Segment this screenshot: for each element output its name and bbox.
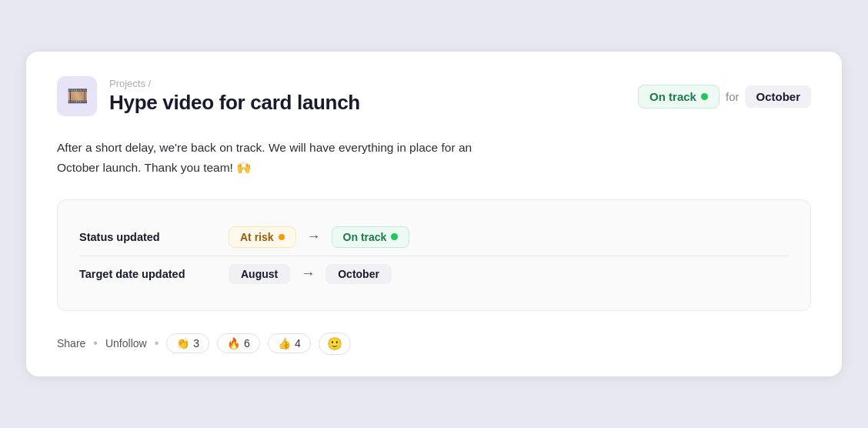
reaction-button-thumbsup[interactable]: 👍 4 [268,333,311,353]
description-text: After a short delay, we're back on track… [57,138,488,177]
breadcrumb: Projects / [109,78,360,89]
fire-emoji: 🔥 [227,337,240,349]
header-left: 🎞️ Projects / Hype video for card launch [57,76,360,116]
status-area: On track for October [638,85,811,109]
date-update-label: Target date updated [79,268,210,280]
reaction-button-clap[interactable]: 👏 3 [166,333,209,353]
status-update-label: Status updated [79,231,210,243]
fire-count: 6 [244,337,250,349]
reaction-button-fire[interactable]: 🔥 6 [217,333,260,353]
card-header: 🎞️ Projects / Hype video for card launch… [57,76,811,116]
status-label: On track [649,90,696,103]
separator-dot-1: • [93,336,98,350]
at-risk-label: At risk [240,231,274,243]
on-track-badge: On track [638,85,719,109]
smiley-icon: 🙂 [327,337,342,350]
for-label: for [726,90,739,103]
on-track-update-badge: On track [332,226,410,248]
film-icon: 🎞️ [67,86,88,106]
clap-emoji: 👏 [176,337,189,349]
main-card: 🎞️ Projects / Hype video for card launch… [26,52,842,376]
date-update-row: Target date updated August → October [79,256,789,292]
status-arrow: → [307,229,321,245]
header-month-badge: October [745,85,811,108]
to-month-badge: October [326,264,392,284]
from-month-badge: August [229,264,290,284]
on-track-update-label: On track [343,231,387,243]
status-dot [701,93,708,100]
share-button[interactable]: Share [57,337,85,349]
add-reaction-button[interactable]: 🙂 [319,333,351,355]
header-title-area: Projects / Hype video for card launch [109,78,360,115]
at-risk-dot [279,234,285,240]
status-update-values: At risk → On track [229,226,409,248]
updates-box: Status updated At risk → On track Target… [57,199,811,311]
unfollow-button[interactable]: Unfollow [105,337,147,349]
at-risk-badge: At risk [229,226,296,248]
project-icon: 🎞️ [57,76,97,116]
status-update-row: Status updated At risk → On track [79,219,789,256]
card-footer: Share • Unfollow • 👏 3 🔥 6 👍 4 🙂 [57,333,811,355]
date-arrow: → [301,266,315,282]
page-title: Hype video for card launch [109,91,360,115]
clap-count: 3 [193,337,199,349]
thumbsup-emoji: 👍 [278,337,291,349]
separator-dot-2: • [155,336,159,350]
on-track-dot [391,233,398,240]
date-update-values: August → October [229,264,392,284]
thumbsup-count: 4 [295,337,301,349]
